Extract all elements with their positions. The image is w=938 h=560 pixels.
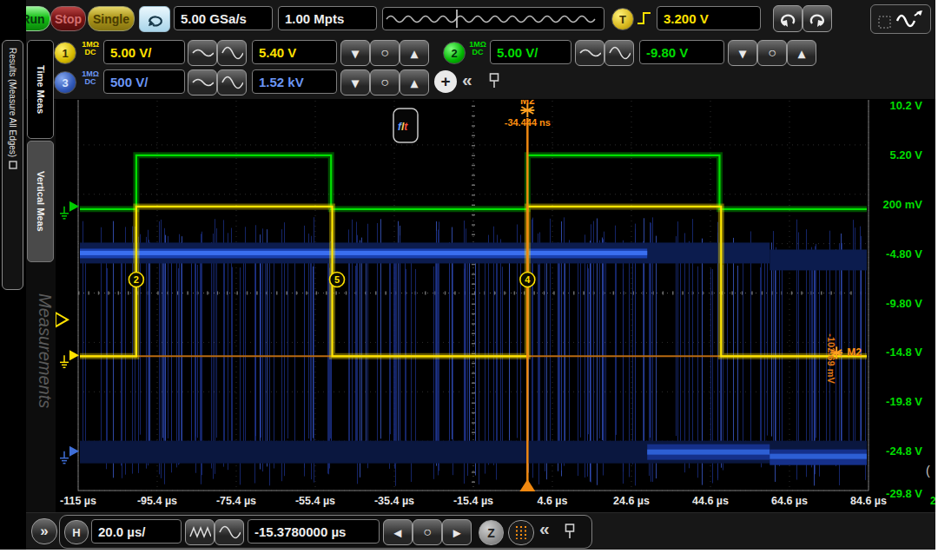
- delay-right-button[interactable]: ▸: [442, 519, 472, 545]
- collapse-timebase-button[interactable]: «: [539, 518, 550, 539]
- channel1-offset-field[interactable]: 5.40 V: [252, 40, 337, 64]
- trigger-source-badge[interactable]: T: [611, 8, 634, 30]
- channel3-offset-zero-button[interactable]: ○: [370, 69, 400, 96]
- horizontal-badge[interactable]: H: [64, 520, 89, 544]
- channel1-impedance[interactable]: 1MΩ DC: [80, 41, 101, 56]
- tab-label: Time Meas: [36, 65, 46, 114]
- coupling-value: DC: [80, 78, 101, 86]
- timebase-zoom-in-button[interactable]: [215, 519, 244, 545]
- channel2-scale-coarse-button[interactable]: [604, 40, 634, 66]
- side-panel-handle[interactable]: (: [926, 464, 930, 478]
- rising-edge-icon[interactable]: [636, 10, 653, 28]
- channel1-badge[interactable]: 1: [54, 42, 76, 64]
- sample-rate-field[interactable]: 5.00 GSa/s: [174, 6, 273, 30]
- channel3-offset-field[interactable]: 1.52 kV: [252, 69, 337, 94]
- measurements-watermark: Measurements: [29, 293, 55, 511]
- channel3-offset-down-button[interactable]: ▾: [340, 69, 370, 96]
- timebase-zoom-out-button[interactable]: [185, 519, 215, 545]
- channel1-offset-zero-button[interactable]: ○: [370, 40, 400, 66]
- channel2-offset-zero-button[interactable]: ○: [757, 40, 787, 66]
- small-sine-icon: [578, 45, 601, 61]
- x-axis-label: 84.6 µs: [850, 495, 887, 507]
- search-markers-button[interactable]: [508, 520, 534, 545]
- delay-left-button[interactable]: ◂: [383, 519, 413, 545]
- x-axis-label: 4.6 µs: [537, 495, 567, 507]
- timebase-field[interactable]: 20.0 µs/: [91, 519, 182, 544]
- channel1-scale-field[interactable]: 5.00 V/: [103, 40, 185, 64]
- x-axis-label: -15.4 µs: [453, 495, 493, 507]
- window-icon: [8, 160, 18, 170]
- channel2-scale-fine-button[interactable]: [575, 40, 604, 66]
- redo-icon: [808, 10, 827, 28]
- expand-panel-button[interactable]: »: [31, 518, 57, 544]
- channel3-badge[interactable]: 3: [54, 71, 76, 94]
- channel2-offset-field[interactable]: -9.80 V: [639, 40, 724, 64]
- acquire-mode-button[interactable]: [139, 6, 170, 32]
- acquisition-preview[interactable]: [382, 7, 604, 30]
- channel1-offset-up-button[interactable]: ▴: [400, 40, 429, 66]
- ch3-ground-marker[interactable]: [69, 446, 79, 457]
- ch2-ground-marker[interactable]: [69, 201, 79, 212]
- m2-bottom-triangle[interactable]: [519, 479, 535, 491]
- pin-icon[interactable]: [564, 523, 576, 540]
- timeline-waveform-icon: [383, 8, 604, 30]
- ch1-ground-marker[interactable]: [69, 350, 79, 360]
- circle-icon: ○: [423, 524, 432, 540]
- tab-vertical-meas[interactable]: Vertical Meas: [27, 141, 54, 262]
- touch-drag-button[interactable]: [870, 4, 931, 34]
- results-tab-label: Results (Measure All Edges): [8, 48, 17, 157]
- tab-time-meas[interactable]: Time Meas: [27, 40, 54, 139]
- trigger-level-field[interactable]: 3.200 V: [657, 6, 761, 30]
- stop-button[interactable]: Stop: [50, 6, 86, 31]
- memory-depth-field[interactable]: 1.00 Mpts: [278, 6, 377, 30]
- coupling-value: DC: [467, 49, 488, 56]
- trigger-level-marker[interactable]: [56, 313, 68, 326]
- channel2-scale-field[interactable]: 5.00 V/: [490, 40, 571, 64]
- timebase-panel: H 20.0 µs/ -15.3780000 µs ◂ ○ ▸ Z «: [59, 515, 592, 549]
- channel2-offset-up-button[interactable]: ▴: [787, 40, 816, 66]
- channel3-scale-fine-button[interactable]: [188, 69, 217, 96]
- add-channel-button[interactable]: +: [434, 70, 457, 93]
- up-arrow-icon: ▴: [411, 45, 418, 62]
- x-axis-label: -115 µs: [60, 495, 96, 507]
- pin-icon[interactable]: [488, 72, 500, 89]
- delay-field[interactable]: -15.3780000 µs: [248, 519, 380, 544]
- channel3-scale-coarse-button[interactable]: [217, 69, 247, 96]
- channel3-scale-field[interactable]: 500 V/: [103, 69, 185, 94]
- right-arrow-icon: ▸: [453, 524, 460, 541]
- channel1-scale-fine-button[interactable]: [188, 40, 217, 66]
- up-arrow-icon: ▴: [798, 45, 805, 62]
- acquisition-bar: Run Stop Single 5.00 GSa/s 1.00 Mpts T 3…: [26, 0, 935, 37]
- x-axis-label: -95.4 µs: [137, 495, 177, 507]
- channel2-impedance[interactable]: 1MΩ DC: [467, 41, 488, 56]
- channel2-badge[interactable]: 2: [443, 42, 466, 64]
- large-sine-icon: [608, 45, 631, 61]
- edge-marker-number: 5: [334, 274, 340, 285]
- small-sine-icon: [191, 45, 214, 61]
- edge-marker-number: 2: [134, 274, 139, 285]
- zoom-mode-button[interactable]: Z: [479, 520, 504, 545]
- collapse-channel-bar-button[interactable]: «: [462, 69, 472, 90]
- delay-zero-button[interactable]: ○: [413, 519, 442, 545]
- channel3-impedance[interactable]: 1MΩ DC: [80, 70, 101, 86]
- m2-time-readout: -34.444 ns: [505, 117, 551, 128]
- tab-label: Vertical Meas: [36, 171, 46, 232]
- undo-button[interactable]: [773, 5, 803, 32]
- x-axis-label: -55.4 µs: [295, 495, 335, 507]
- large-sine-icon: [221, 45, 243, 61]
- channel1-scale-coarse-button[interactable]: [217, 40, 247, 66]
- x-axis-label: -75.4 µs: [216, 495, 256, 507]
- results-tab[interactable]: Results (Measure All Edges): [2, 40, 23, 290]
- circle-icon: ○: [380, 45, 389, 61]
- flt-badge-label: flt: [398, 121, 408, 133]
- horizontal-bar: » H 20.0 µs/ -15.3780000 µs ◂ ○ ▸ Z: [26, 512, 935, 550]
- ch3-upper-envelope-step: [770, 249, 867, 270]
- corner-channel-label: 2: [930, 495, 935, 507]
- channel3-offset-up-button[interactable]: ▴: [400, 69, 429, 96]
- channel1-offset-down-button[interactable]: ▾: [340, 40, 370, 66]
- single-button[interactable]: Single: [88, 6, 135, 31]
- down-arrow-icon: ▾: [352, 45, 359, 62]
- oscilloscope-screen: M2-34.444 nsM2-102.69 mV254fltT10.2 V5.2…: [0, 0, 935, 550]
- channel2-offset-down-button[interactable]: ▾: [728, 40, 757, 66]
- redo-button[interactable]: [803, 5, 832, 32]
